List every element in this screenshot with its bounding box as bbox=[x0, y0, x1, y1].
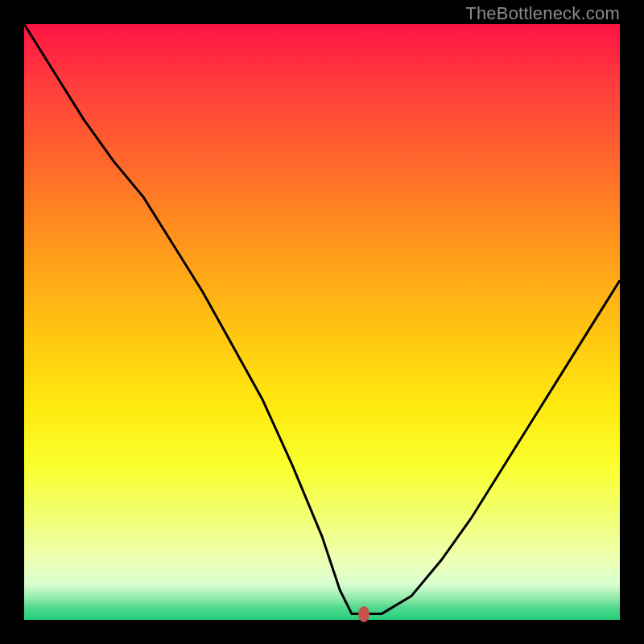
chart-frame: TheBottleneck.com bbox=[0, 0, 644, 644]
bottleneck-curve bbox=[24, 24, 620, 620]
attribution-label: TheBottleneck.com bbox=[465, 3, 620, 24]
plot-area bbox=[24, 24, 620, 620]
optimum-marker bbox=[358, 606, 369, 622]
